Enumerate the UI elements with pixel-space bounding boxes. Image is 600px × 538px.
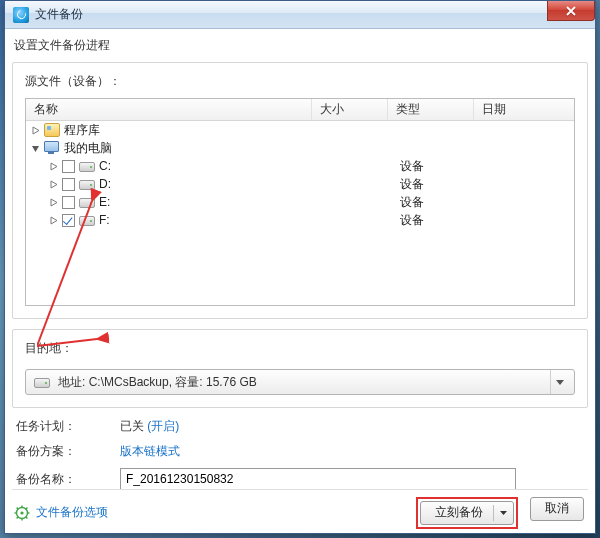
gear-icon: [14, 505, 30, 521]
plan-section: 任务计划： 已关 (开启) 备份方案： 版本链模式 备份名称：: [12, 418, 588, 490]
chevron-down-icon: [500, 511, 507, 515]
expander-icon[interactable]: [48, 179, 59, 190]
node-label: E:: [99, 195, 110, 209]
close-button[interactable]: [547, 1, 595, 21]
cancel-button[interactable]: 取消: [530, 497, 584, 521]
window-frame: 文件备份 设置文件备份进程 源文件（设备）： 名称 大小 类型 日期 程序库我的…: [4, 0, 596, 534]
col-size[interactable]: 大小: [312, 99, 388, 120]
annotation-highlight: 立刻备份: [416, 497, 518, 529]
svg-line-7: [26, 516, 28, 518]
task-label: 任务计划：: [16, 418, 120, 435]
window-title: 文件备份: [35, 6, 83, 23]
close-icon: [565, 6, 577, 16]
dest-combo[interactable]: 地址: C:\MCsBackup, 容量: 15.76 GB: [25, 369, 575, 395]
expander-icon[interactable]: [48, 215, 59, 226]
node-type: 设备: [392, 158, 478, 175]
task-value: 已关: [120, 419, 144, 433]
checkbox[interactable]: [62, 160, 75, 173]
cancel-label: 取消: [545, 500, 569, 517]
dest-group: 目的地： 地址: C:\MCsBackup, 容量: 15.76 GB: [12, 329, 588, 408]
svg-point-1: [20, 511, 23, 514]
source-tree-table[interactable]: 名称 大小 类型 日期 程序库我的电脑C:设备D:设备E:设备F:设备: [25, 98, 575, 306]
drive-icon: [79, 180, 95, 190]
node-type: 设备: [392, 212, 478, 229]
table-row[interactable]: C:设备: [26, 157, 574, 175]
backup-name-input[interactable]: [120, 468, 516, 490]
lib-icon: [44, 123, 60, 137]
expander-icon[interactable]: [30, 143, 41, 154]
expander-icon[interactable]: [48, 161, 59, 172]
table-header: 名称 大小 类型 日期: [26, 99, 574, 121]
node-label: 我的电脑: [64, 140, 112, 157]
drive-icon: [79, 216, 95, 226]
split-separator: [493, 505, 494, 521]
page-heading: 设置文件备份进程: [14, 37, 586, 54]
node-label: C:: [99, 159, 111, 173]
table-body: 程序库我的电脑C:设备D:设备E:设备F:设备: [26, 121, 574, 305]
footer: 文件备份选项 立刻备份 取消: [12, 489, 588, 527]
expander-icon[interactable]: [48, 197, 59, 208]
scheme-label: 备份方案：: [16, 443, 120, 460]
checkbox[interactable]: [62, 178, 75, 191]
source-label: 源文件（设备）：: [25, 73, 575, 90]
node-label: D:: [99, 177, 111, 191]
plan-row-task: 任务计划： 已关 (开启): [16, 418, 584, 435]
expander-icon[interactable]: [30, 125, 41, 136]
client-area: 设置文件备份进程 源文件（设备）： 名称 大小 类型 日期 程序库我的电脑C:设…: [12, 31, 588, 527]
chevron-down-icon: [550, 370, 568, 394]
table-row[interactable]: 我的电脑: [26, 139, 574, 157]
node-label: F:: [99, 213, 110, 227]
col-date[interactable]: 日期: [474, 99, 574, 120]
scheme-link[interactable]: 版本链模式: [120, 443, 180, 460]
window-buttons: [547, 1, 595, 21]
col-type[interactable]: 类型: [388, 99, 474, 120]
task-open-link[interactable]: (开启): [147, 419, 179, 433]
app-icon: [13, 7, 29, 23]
drive-icon: [79, 198, 95, 208]
titlebar: 文件备份: [5, 1, 595, 29]
table-row[interactable]: 程序库: [26, 121, 574, 139]
table-row[interactable]: D:设备: [26, 175, 574, 193]
svg-line-8: [26, 507, 28, 509]
svg-line-6: [17, 507, 19, 509]
node-type: 设备: [392, 194, 478, 211]
node-type: 设备: [392, 176, 478, 193]
svg-line-9: [17, 516, 19, 518]
node-label: 程序库: [64, 122, 100, 139]
drive-icon: [79, 162, 95, 172]
backup-options-link[interactable]: 文件备份选项: [36, 504, 108, 521]
plan-row-scheme: 备份方案： 版本链模式: [16, 443, 584, 460]
dest-label: 目的地：: [25, 340, 575, 357]
name-label: 备份名称：: [16, 471, 120, 488]
source-group: 源文件（设备）： 名称 大小 类型 日期 程序库我的电脑C:设备D:设备E:设备…: [12, 62, 588, 319]
pc-icon: [44, 141, 60, 155]
table-row[interactable]: F:设备: [26, 211, 574, 229]
dest-combo-text: 地址: C:\MCsBackup, 容量: 15.76 GB: [58, 374, 257, 391]
backup-now-button[interactable]: 立刻备份: [420, 501, 514, 525]
plan-row-name: 备份名称：: [16, 468, 584, 490]
backup-now-label: 立刻备份: [435, 504, 483, 521]
table-row[interactable]: E:设备: [26, 193, 574, 211]
drive-icon: [34, 378, 50, 388]
col-name[interactable]: 名称: [26, 99, 312, 120]
checkbox[interactable]: [62, 214, 75, 227]
checkbox[interactable]: [62, 196, 75, 209]
